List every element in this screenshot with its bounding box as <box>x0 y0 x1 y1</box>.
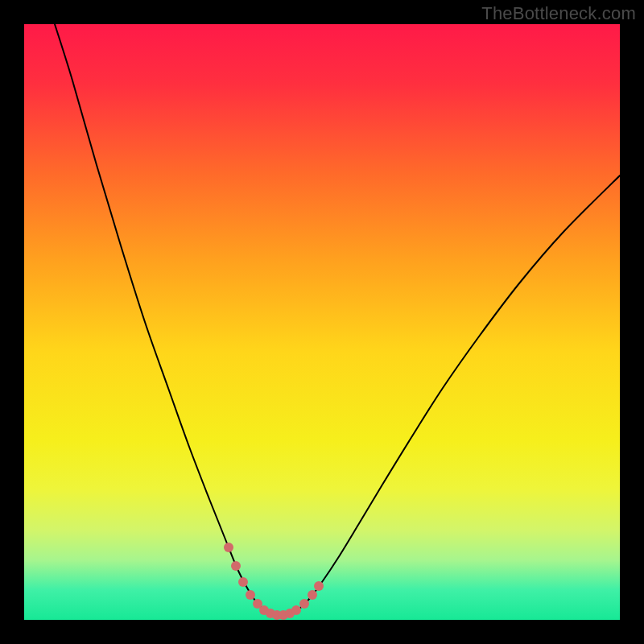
valley-highlight-dot <box>238 577 248 587</box>
valley-highlight-dot <box>291 605 301 615</box>
valley-highlight-dot <box>314 581 324 591</box>
valley-highlight-dot <box>299 599 309 609</box>
valley-highlight-dot <box>224 543 233 552</box>
chart-svg <box>24 24 620 620</box>
valley-highlight-dot <box>246 590 255 600</box>
gradient-bg <box>24 24 620 620</box>
chart-frame: TheBottleneck.com <box>0 0 644 644</box>
plot-area <box>24 24 620 620</box>
valley-highlight-dot <box>231 561 241 571</box>
valley-highlight-dot <box>308 590 317 600</box>
watermark-text: TheBottleneck.com <box>481 3 636 24</box>
